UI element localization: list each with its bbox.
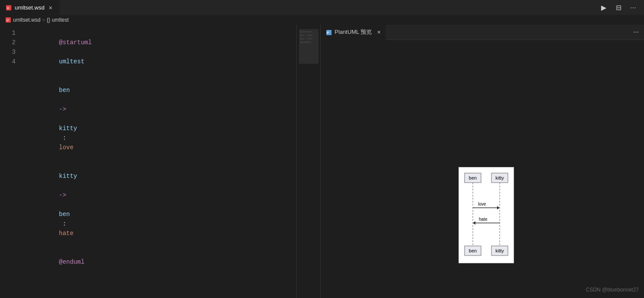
preview-tab-close[interactable]: × (377, 29, 381, 36)
space-4 (59, 182, 62, 189)
minimap-content: @startuml ben -> kitty kitty -> ben @end… (299, 29, 319, 64)
breadcrumb-namespace-icon: {} (47, 17, 50, 23)
uml-name: umltest (59, 58, 85, 65)
code-line-1: @startuml umltest (23, 28, 320, 76)
code-lines[interactable]: @startuml umltest ben -> kitty : love (21, 28, 320, 295)
watermark: CSDN @bluebonnet27 (586, 287, 639, 293)
breadcrumb: U umltset.wsd > {} umltest (0, 15, 644, 25)
line-numbers: 1 2 3 4 (0, 28, 21, 295)
line-num-2: 2 (0, 38, 16, 47)
split-editor-button[interactable]: ⊟ (613, 2, 624, 13)
breadcrumb-ns-name[interactable]: umltest (52, 17, 69, 23)
keyword-startuml: @startuml (59, 39, 92, 46)
arrow-right-2: -> (59, 192, 66, 199)
editor-tab-close[interactable]: × (47, 4, 54, 11)
colon-1: : (59, 134, 70, 141)
code-line-2: ben -> kitty : love (23, 76, 320, 162)
svg-rect-6 (462, 171, 510, 258)
preview-tab-icon: P (326, 29, 332, 36)
svg-text:love: love (478, 202, 486, 206)
line-num-1: 1 (0, 28, 16, 38)
code-line-4: @enduml (23, 248, 320, 276)
svg-text:kitty: kitty (495, 248, 504, 253)
editor-tab-label: umltset.wsd (15, 4, 45, 11)
preview-pane: P PlantUML 预览 × ··· ben (321, 25, 644, 298)
preview-content: ben kitty love (321, 40, 644, 298)
uml-file-icon-breadcrumb: U (5, 17, 11, 23)
keyword-enduml: @enduml (59, 259, 85, 265)
breadcrumb-sep1: > (42, 17, 45, 23)
more-actions-button[interactable]: ··· (628, 2, 639, 13)
colon-2: : (59, 220, 70, 227)
code-line-3: kitty -> ben : hate (23, 162, 320, 248)
uml-svg: ben kitty love (462, 171, 510, 258)
svg-text:ben: ben (469, 175, 477, 180)
space-1 (59, 49, 62, 56)
svg-text:U: U (7, 7, 9, 10)
participant-kitty-2: kitty (59, 173, 77, 180)
space-2 (59, 96, 62, 103)
breadcrumb-file[interactable]: umltset.wsd (13, 17, 40, 23)
svg-text:P: P (327, 31, 329, 35)
uml-file-icon: U (5, 4, 12, 11)
svg-text:kitty: kitty (495, 175, 504, 180)
label-love: love (59, 144, 74, 151)
participant-kitty: kitty (59, 125, 77, 132)
participant-ben: ben (59, 87, 70, 94)
preview-tab-bar: P PlantUML 预览 × ··· (321, 25, 644, 40)
svg-text:ben: ben (469, 248, 477, 253)
editor-toolbar: ▶ ⊟ ··· (593, 2, 644, 13)
preview-more-actions[interactable]: ··· (628, 28, 644, 36)
editor-pane: 1 2 3 4 @startuml umltest ben -> (0, 25, 321, 298)
editor-content[interactable]: 1 2 3 4 @startuml umltest ben -> (0, 25, 320, 298)
space-3 (59, 115, 62, 122)
line-num-3: 3 (0, 47, 16, 57)
participant-ben-2: ben (59, 211, 70, 218)
tab-bar: U umltset.wsd × ▶ ⊟ ··· (0, 0, 644, 15)
arrow-right: -> (59, 106, 66, 113)
uml-diagram: ben kitty love (459, 167, 514, 263)
preview-tab[interactable]: P PlantUML 预览 × (321, 25, 386, 40)
preview-tab-label: PlantUML 预览 (335, 28, 372, 36)
svg-text:hate: hate (479, 217, 488, 222)
editor-tab[interactable]: U umltset.wsd × (0, 0, 60, 15)
space-5 (59, 201, 62, 208)
label-hate: hate (59, 230, 74, 237)
line-num-4: 4 (0, 57, 16, 66)
run-button[interactable]: ▶ (598, 2, 609, 13)
minimap: @startuml ben -> kitty kitty -> ben @end… (296, 25, 320, 298)
main-area: 1 2 3 4 @startuml umltest ben -> (0, 25, 644, 298)
svg-text:U: U (7, 19, 9, 22)
